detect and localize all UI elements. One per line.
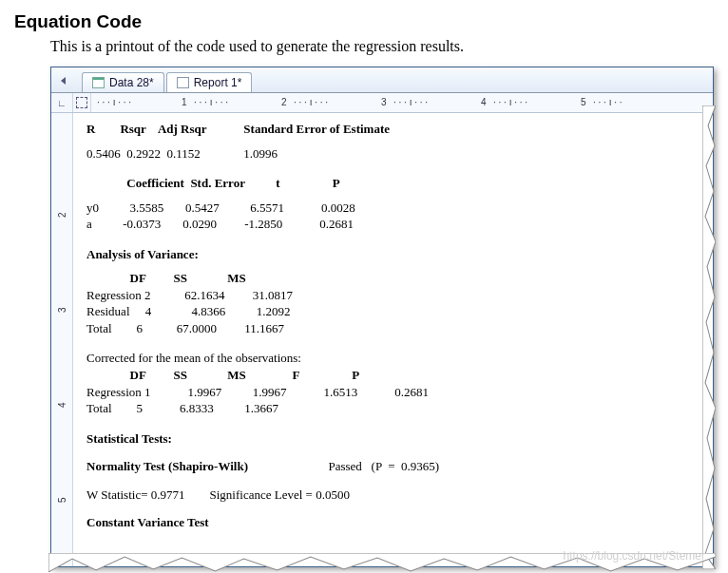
stat-tests-title: Statistical Tests:: [86, 430, 699, 448]
corr-row-regression: Regression 1 1.9967 1.9967 1.6513 0.2681: [86, 384, 699, 401]
page-heading: Equation Code: [14, 11, 714, 32]
aov-header: DF SS MS: [86, 270, 699, 287]
report-body: R Rsqr Adj Rsqr Standard Error of Estima…: [73, 113, 713, 566]
nav-left-icon[interactable]: [59, 76, 68, 86]
worksheet-icon: [92, 77, 105, 88]
corr-header: DF SS MS F P: [86, 367, 699, 384]
report-window: Data 28* Report 1* ∟ · · · ı · · · 1 · ·…: [50, 67, 714, 567]
aov-row-total: Total 6 67.0000 11.1667: [86, 320, 699, 337]
corr-title: Corrected for the mean of the observatio…: [86, 350, 699, 367]
cvt-title: Constant Variance Test: [86, 514, 699, 531]
tab-report[interactable]: Report 1*: [166, 72, 253, 92]
w-line: W Statistic= 0.9771 Significance Level =…: [86, 487, 699, 504]
ruler-origin-icon: ∟: [51, 93, 73, 112]
coef-header: Coefficient Std. Error t P: [86, 175, 699, 192]
ruler-zone: ∟ · · · ı · · · 1 · · · ı · · · 2 · · · …: [51, 93, 713, 113]
tab-report-label: Report 1*: [194, 76, 242, 89]
doc-icon: [177, 77, 189, 88]
coef-row-a: a -0.0373 0.0290 -1.2850 0.2681: [86, 216, 699, 233]
coef-row-y0: y0 3.5585 0.5427 6.5571 0.0028: [86, 200, 699, 217]
stats-values: 0.5406 0.2922 0.1152 1.0996: [86, 145, 699, 162]
corr-row-total: Total 5 6.8333 1.3667: [86, 400, 699, 417]
horizontal-ruler[interactable]: · · · ı · · · 1 · · · ı · · · 2 · · · ı …: [91, 93, 713, 112]
tab-strip: Data 28* Report 1*: [51, 67, 713, 93]
watermark: https://blog.csdn.net/Stemer: [564, 549, 705, 563]
selection-box[interactable]: [73, 93, 91, 112]
page-intro: This is a printout of the code used to g…: [50, 38, 714, 55]
tab-data[interactable]: Data 28*: [82, 72, 164, 92]
aov-row-regression: Regression 2 62.1634 31.0817: [86, 287, 699, 304]
normality-line: Normality Test (Shapiro-Wilk) Passed (P …: [86, 458, 699, 475]
vertical-ruler[interactable]: 2 3 4 5: [51, 113, 73, 566]
tab-data-label: Data 28*: [109, 76, 154, 89]
stats-header: R Rsqr Adj Rsqr Standard Error of Estima…: [86, 121, 699, 138]
aov-row-residual: Residual 4 4.8366 1.2092: [86, 303, 699, 320]
aov-title: Analysis of Variance:: [86, 246, 699, 263]
